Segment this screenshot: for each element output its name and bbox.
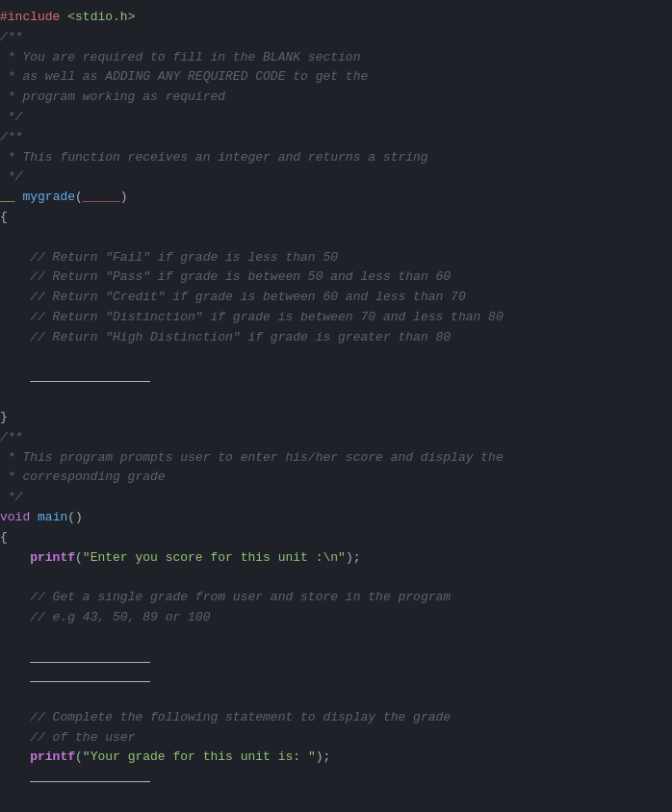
line-comment-close-3: */ [0, 490, 22, 504]
line-comment-close-2: */ [0, 169, 22, 184]
line-comment-of-user: // of the user [0, 730, 135, 745]
line-comment-fail: // Return "Fail" if grade is less than 5… [0, 250, 338, 265]
line-printf-1: printf("Enter you score for this unit :\… [0, 550, 361, 565]
line-comment-pass: // Return "Pass" if grade is between 50 … [0, 269, 451, 284]
code-content: #include <stdio.h> /** * You are require… [0, 8, 672, 812]
line-comment-credit: // Return "Credit" if grade is between 6… [0, 290, 466, 304]
line-comment-2: * as well as ADDING ANY REQUIRED CODE to… [0, 69, 368, 84]
line-blank-1: ________________ [0, 369, 150, 384]
line-comment-open-2: /** [0, 130, 22, 144]
line-comment-1: * You are required to fill in the BLANK … [0, 50, 360, 64]
line-comment-get-grade: // Get a single grade from user and stor… [0, 590, 451, 604]
line-comment-5: * This program prompts user to enter his… [0, 450, 504, 465]
line-include: #include <stdio.h> [0, 10, 135, 24]
line-brace-open-2: { [0, 530, 8, 545]
line-printf-2: printf("Your grade for this unit is: "); [0, 749, 330, 764]
code-editor: #include <stdio.h> /** * You are require… [0, 0, 672, 812]
line-comment-6: * corresponding grade [0, 469, 166, 484]
line-brace-close-1: } [0, 410, 8, 424]
line-func-decl: __ mygrade(_____) [0, 190, 128, 204]
line-comment-distinction: // Return "Distinction" if grade is betw… [0, 310, 504, 324]
line-comment-close-1: */ [0, 110, 22, 124]
line-comment-high-distinction: // Return "High Distinction" if grade is… [0, 330, 451, 344]
line-blank-4: ________________ [0, 770, 150, 784]
line-blank-2: ________________ [0, 650, 150, 665]
line-comment-open-1: /** [0, 30, 22, 44]
line-brace-open-1: { [0, 210, 8, 224]
line-comment-example: // e.g 43, 50, 89 or 100 [0, 610, 210, 624]
line-comment-3: * program working as required [0, 89, 225, 104]
line-comment-open-3: /** [0, 430, 22, 444]
line-comment-4: * This function receives an integer and … [0, 150, 428, 165]
line-main-decl: void main() [0, 510, 83, 524]
line-comment-complete: // Complete the following statement to d… [0, 710, 451, 724]
line-blank-3: ________________ [0, 670, 150, 684]
